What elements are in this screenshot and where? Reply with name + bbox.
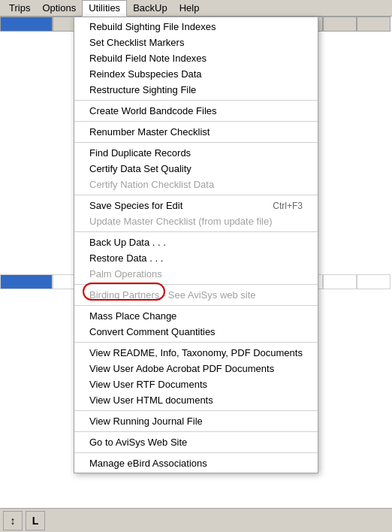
status-bar: ↕ L xyxy=(0,508,392,532)
utilities-dropdown: Rebuild Sighting File Indexes Set Checkl… xyxy=(74,17,318,473)
separator-9 xyxy=(74,410,318,411)
menu-item-certify-nation: Certify Nation Checklist Data xyxy=(74,177,318,192)
menu-item-save-species[interactable]: Save Species for Edit Ctrl+F3 xyxy=(74,198,318,213)
menu-item-create-bandcode[interactable]: Create World Bandcode Files xyxy=(74,103,318,119)
menubar-help[interactable]: Help xyxy=(173,0,206,17)
menu-item-restore[interactable]: Restore Data . . . xyxy=(74,250,318,266)
menu-item-set-checklist[interactable]: Set Checklist Markers xyxy=(74,35,318,50)
header-cell xyxy=(0,17,53,32)
menu-item-update-master: Update Master Checklist (from update fil… xyxy=(74,213,318,229)
menu-item-palm: Palm Operations xyxy=(74,266,318,282)
l-button[interactable]: L xyxy=(26,511,45,530)
menu-item-backup[interactable]: Back Up Data . . . xyxy=(74,234,318,250)
separator-3 xyxy=(74,142,318,143)
header-cell xyxy=(357,17,390,32)
header-cell xyxy=(323,17,357,32)
separator-10 xyxy=(74,431,318,432)
separator-11 xyxy=(74,452,318,453)
menu-item-reindex[interactable]: Reindex Subspecies Data xyxy=(74,66,318,82)
menu-item-view-rtf[interactable]: View User RTF Documents xyxy=(74,376,318,392)
menu-item-birding-partners: Birding Partners - See AviSys web site xyxy=(74,287,318,303)
separator-1 xyxy=(74,100,318,101)
menubar-backup[interactable]: BackUp xyxy=(127,0,173,17)
menubar-options[interactable]: Options xyxy=(36,0,82,17)
menu-item-rebuild-field[interactable]: Rebuild Field Note Indexes xyxy=(74,50,318,66)
menu-item-avisys-web[interactable]: Go to AviSys Web Site xyxy=(74,434,318,450)
menu-item-convert-comment[interactable]: Convert Comment Quantities xyxy=(74,324,318,340)
menu-item-ebird[interactable]: Manage eBird Associations xyxy=(74,455,318,471)
menu-item-find-duplicate[interactable]: Find Duplicate Records xyxy=(74,145,318,161)
menu-item-mass-place[interactable]: Mass Place Change xyxy=(74,308,318,324)
menubar: Trips Options Utilities BackUp Help xyxy=(0,0,392,17)
menubar-trips[interactable]: Trips xyxy=(3,0,36,17)
menu-item-view-readme[interactable]: View README, Info, Taxonomy, PDF Documen… xyxy=(74,345,318,361)
menu-item-view-html[interactable]: View User HTML documents xyxy=(74,392,318,408)
shortcut-save-species: Ctrl+F3 xyxy=(273,201,303,211)
separator-8 xyxy=(74,342,318,343)
menu-item-certify-quality[interactable]: Certify Data Set Quality xyxy=(74,161,318,177)
data-cell xyxy=(357,274,390,289)
separator-4 xyxy=(74,195,318,195)
separator-6 xyxy=(74,284,318,285)
menu-item-restructure[interactable]: Restructure Sighting File xyxy=(74,82,318,98)
menubar-utilities[interactable]: Utilities xyxy=(82,0,127,17)
menu-item-renumber[interactable]: Renumber Master Checklist xyxy=(74,124,318,140)
arrow-button[interactable]: ↕ xyxy=(3,511,23,530)
separator-5 xyxy=(74,231,318,232)
data-cell xyxy=(323,274,357,289)
menu-item-view-acrobat[interactable]: View User Adobe Acrobat PDF Documents xyxy=(74,361,318,376)
separator-2 xyxy=(74,121,318,122)
menu-item-rebuild-sighting[interactable]: Rebuild Sighting File Indexes xyxy=(74,19,318,35)
data-cell xyxy=(0,274,53,289)
menu-item-view-journal[interactable]: View Running Journal File xyxy=(74,413,318,429)
separator-7 xyxy=(74,305,318,306)
